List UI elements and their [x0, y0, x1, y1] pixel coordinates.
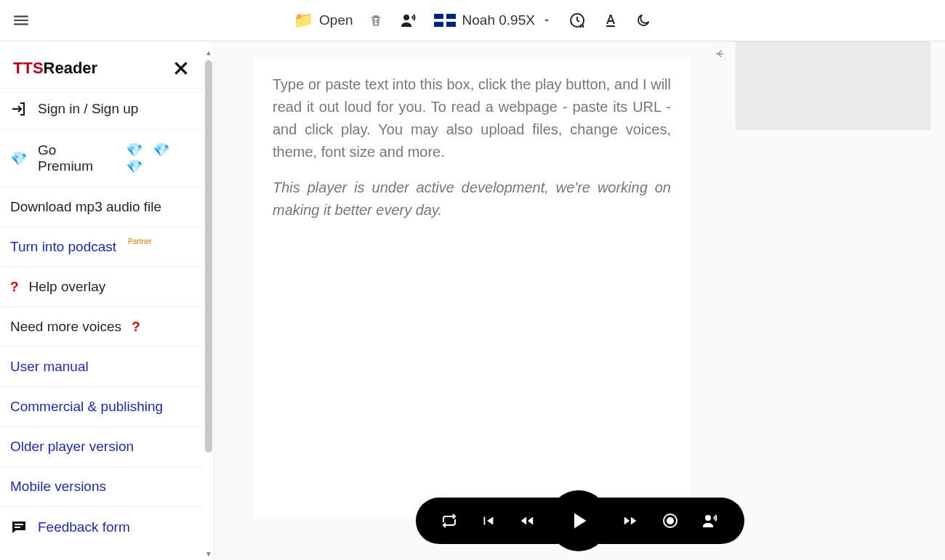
- rewind-icon: [518, 513, 536, 529]
- app-brand: TTSReader: [13, 59, 97, 78]
- sidebar-item-download-mp3[interactable]: Download mp3 audio file: [0, 187, 204, 227]
- help-label: Help overlay: [29, 279, 106, 295]
- folder-icon: 📁: [294, 11, 313, 30]
- menu-toggle-button[interactable]: [7, 7, 35, 34]
- svg-point-4: [667, 518, 673, 524]
- sleep-timer-button[interactable]: [568, 12, 586, 29]
- trash-icon: [369, 12, 384, 29]
- sidebar-item-podcast[interactable]: Turn into podcastPartner: [0, 227, 204, 267]
- forward-button[interactable]: [621, 513, 640, 529]
- sidebar-item-older-player[interactable]: Older player version: [0, 426, 204, 466]
- feedback-label: Feedback form: [38, 519, 130, 535]
- sidebar-item-commercial[interactable]: Commercial & publishing: [0, 386, 204, 426]
- open-file-button[interactable]: 📁 Open: [294, 11, 353, 30]
- font-icon: [602, 12, 619, 29]
- commercial-label: Commercial & publishing: [10, 399, 163, 415]
- moon-icon: [635, 12, 651, 28]
- uk-flag-icon: [435, 14, 457, 27]
- play-icon: [566, 508, 592, 534]
- sidebar-item-mobile[interactable]: Mobile versions: [0, 466, 204, 506]
- loop-icon: [441, 512, 458, 529]
- sidebar-item-premium[interactable]: 💎 Go Premium 💎 💎 💎: [0, 129, 204, 187]
- sidebar-item-need-voices[interactable]: Need more voices ?: [0, 307, 204, 346]
- voice-selector[interactable]: Noah 0.95X: [435, 12, 552, 28]
- fast-forward-icon: [621, 513, 640, 529]
- sidebar-item-feedback[interactable]: Feedback form: [0, 506, 204, 548]
- play-button[interactable]: [548, 490, 609, 551]
- right-side-panel: [736, 41, 930, 130]
- editor-placeholder-line1: Type or paste text into this box, click …: [273, 73, 671, 163]
- player-bar: [416, 490, 744, 551]
- svg-rect-2: [606, 25, 615, 27]
- skip-to-start-button[interactable]: [480, 513, 496, 529]
- question-icon: ?: [132, 319, 140, 335]
- question-icon: ?: [10, 279, 19, 295]
- sidebar-scrollbar-thumb[interactable]: [205, 60, 212, 453]
- open-label: Open: [319, 12, 353, 28]
- premium-label: Go Premium: [38, 142, 108, 174]
- partner-badge: Partner: [128, 238, 152, 245]
- text-editor[interactable]: Type or paste text into this box, click …: [254, 57, 690, 516]
- editor-placeholder-line2: This player is under active development,…: [273, 176, 671, 222]
- user-manual-label: User manual: [10, 359, 89, 375]
- sidebar-close-button[interactable]: [172, 59, 190, 78]
- record-icon: [662, 512, 679, 529]
- hamburger-icon: [12, 11, 31, 30]
- close-icon: [172, 59, 190, 78]
- voice-settings-button[interactable]: [400, 12, 419, 29]
- collapse-right-panel-button[interactable]: [714, 47, 727, 60]
- sidebar: TTSReader Sign in / Sign up 💎 Go Premium…: [0, 41, 214, 560]
- mobile-label: Mobile versions: [10, 479, 106, 495]
- record-button[interactable]: [662, 512, 679, 529]
- main-area: Type or paste text into this box, click …: [214, 41, 945, 560]
- signin-label: Sign in / Sign up: [38, 101, 138, 117]
- sidebar-item-help-overlay[interactable]: ? Help overlay: [0, 267, 204, 307]
- chat-icon: [10, 519, 28, 536]
- font-settings-button[interactable]: [602, 12, 619, 29]
- rewind-button[interactable]: [518, 513, 536, 529]
- podcast-label: Turn into podcast: [10, 239, 116, 255]
- svg-point-5: [705, 515, 711, 521]
- clear-text-button[interactable]: [369, 12, 384, 29]
- need-voices-label: Need more voices: [10, 319, 121, 335]
- sidebar-item-user-manual[interactable]: User manual: [0, 346, 204, 386]
- skip-previous-icon: [480, 513, 496, 529]
- top-toolbar: 📁 Open Noah 0.95X: [0, 0, 945, 41]
- dropdown-caret-icon: [541, 15, 552, 26]
- older-player-label: Older player version: [10, 439, 134, 455]
- voice-quick-button[interactable]: [701, 512, 720, 529]
- person-speaking-icon: [701, 512, 720, 529]
- download-label: Download mp3 audio file: [10, 199, 161, 215]
- scroll-up-arrow[interactable]: ▲: [205, 49, 212, 56]
- login-icon: [10, 100, 28, 118]
- sidebar-item-signin[interactable]: Sign in / Sign up: [0, 88, 204, 129]
- gems-decoration: 💎 💎 💎: [126, 142, 193, 175]
- arrow-left-icon: [714, 47, 727, 60]
- person-speaking-icon: [400, 12, 419, 29]
- theme-toggle-button[interactable]: [635, 12, 651, 28]
- scroll-down-arrow[interactable]: ▼: [205, 550, 212, 557]
- gem-icon: 💎: [10, 150, 28, 167]
- clock-pause-icon: [568, 12, 586, 29]
- svg-point-0: [404, 15, 410, 20]
- loop-button[interactable]: [441, 512, 458, 529]
- voice-label: Noah 0.95X: [462, 12, 535, 28]
